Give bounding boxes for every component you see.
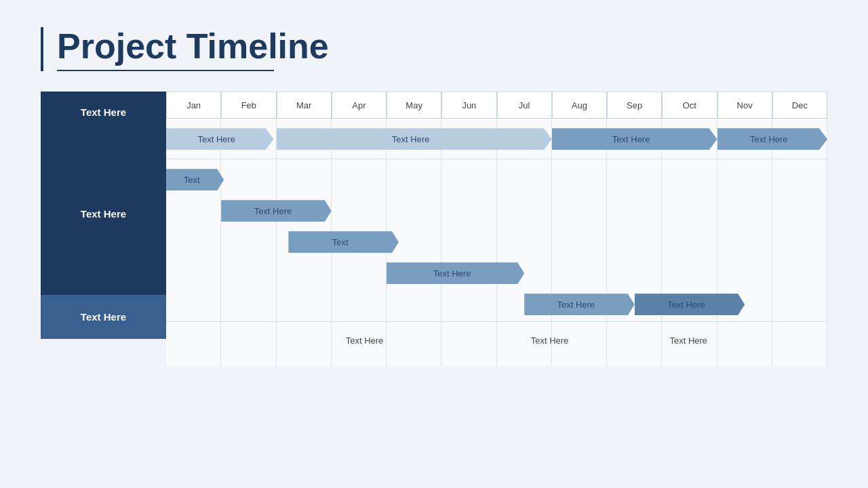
bar-row1-1: Text Here [166, 128, 274, 150]
gantt-row-3: Text Here Text Here Text Here [166, 322, 827, 366]
month-nov: Nov [717, 92, 772, 119]
row-label-3: Text Here [41, 295, 166, 339]
month-dec: Dec [772, 92, 827, 119]
gantt-chart: Jan Feb Mar Apr May Jun Jul Aug Sep Oct … [166, 92, 827, 366]
month-jan: Jan [166, 92, 221, 119]
month-headers: Jan Feb Mar Apr May Jun Jul Aug Sep Oct … [166, 92, 827, 119]
grid-lines-r3 [166, 322, 827, 366]
milestone-3: Text Here [669, 336, 707, 346]
month-jul: Jul [497, 92, 552, 119]
bar-row1-3: Text Here [552, 128, 717, 150]
bar-row1-4: Text Here [717, 128, 827, 150]
bar-row2-1: Text [166, 169, 224, 190]
bar-row1-2: Text Here [277, 128, 552, 150]
bar-row2-2: Text Here [221, 200, 332, 222]
milestone-2: Text Here [531, 336, 569, 346]
gantt-row-2: Text Text Here Text Text Here Text Here [166, 159, 827, 322]
month-sep: Sep [607, 92, 662, 119]
bar-row2-4: Text Here [387, 262, 524, 284]
bar-row2-6: Text Here [635, 293, 745, 315]
month-oct: Oct [662, 92, 717, 119]
row-labels: Text Here Text Here Text Here [41, 92, 166, 366]
row-label-1: Text Here [41, 92, 166, 132]
row-label-2: Text Here [41, 132, 166, 295]
gantt-container: Text Here Text Here Text Here Jan Feb Ma… [41, 92, 827, 366]
month-may: May [387, 92, 441, 119]
title-underline [57, 70, 274, 71]
gantt-row-1: Text Here Text Here Text Here Text Here [166, 119, 827, 159]
month-feb: Feb [221, 92, 276, 119]
slide: Project Timeline Text Here Text Here Tex… [0, 0, 868, 488]
title-section: Project Timeline [41, 27, 827, 71]
page-title: Project Timeline [57, 27, 827, 66]
month-apr: Apr [332, 92, 387, 119]
bar-row2-3: Text [288, 231, 399, 253]
month-jun: Jun [441, 92, 496, 119]
month-mar: Mar [277, 92, 332, 119]
month-aug: Aug [552, 92, 607, 119]
bar-row2-5: Text Here [524, 293, 635, 315]
milestone-1: Text Here [346, 336, 384, 346]
